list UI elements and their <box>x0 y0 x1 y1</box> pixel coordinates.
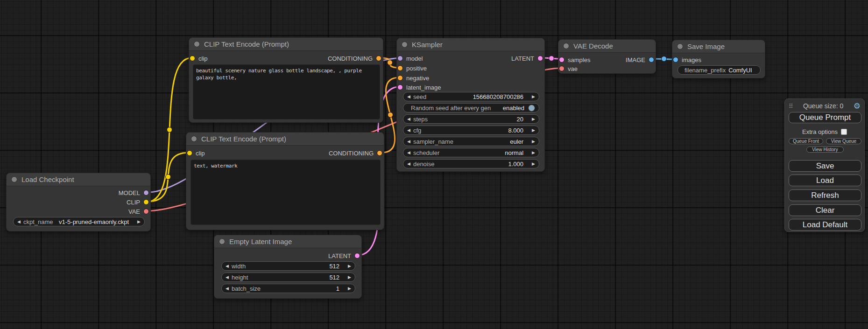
widget-scheduler[interactable]: ◀ scheduler normal ▶ <box>403 148 539 157</box>
input-label: samples <box>568 56 590 63</box>
input-port-clip[interactable] <box>187 150 192 156</box>
input-label: model <box>406 55 423 62</box>
widget-label: ckpt_name <box>23 218 53 225</box>
node-title-bar[interactable]: Save Image <box>672 40 765 53</box>
refresh-button[interactable]: Refresh <box>789 189 861 201</box>
increment-arrow-icon[interactable]: ▶ <box>532 95 535 99</box>
widget-label: Random seed after every gen <box>411 105 491 112</box>
load-default-button[interactable]: Load Default <box>789 219 861 231</box>
node-title-bar[interactable]: VAE Decode <box>558 40 656 53</box>
widget-sampler-name[interactable]: ◀ sampler_name euler ▶ <box>403 137 539 146</box>
drag-handle-icon[interactable]: ⠿ <box>789 103 793 110</box>
input-port-model[interactable] <box>397 56 403 61</box>
collapse-dot-icon[interactable] <box>191 136 197 142</box>
widget-cfg[interactable]: ◀ cfg 8.000 ▶ <box>403 126 539 135</box>
node-title-bar[interactable]: Empty Latent Image <box>214 235 361 248</box>
output-port-image[interactable] <box>649 57 654 63</box>
view-history-button[interactable]: View History <box>806 147 844 153</box>
link-center-dot <box>166 175 171 180</box>
extra-options-checkbox[interactable] <box>841 129 847 135</box>
widget-value: 1.000 <box>508 161 524 168</box>
toggle-knob-icon[interactable] <box>528 105 535 112</box>
save-button[interactable]: Save <box>789 160 861 172</box>
widget-height[interactable]: ◀ height 512 ▶ <box>221 273 355 282</box>
widget-value: normal <box>505 149 523 156</box>
queue-prompt-button[interactable]: Queue Prompt <box>789 112 861 123</box>
collapse-dot-icon[interactable] <box>677 43 683 49</box>
decrement-arrow-icon[interactable]: ◀ <box>407 128 410 133</box>
settings-gear-icon[interactable]: ⚙ <box>854 101 861 111</box>
output-port-latent[interactable] <box>354 253 360 259</box>
widget-steps[interactable]: ◀ steps 20 ▶ <box>403 114 539 124</box>
input-label: clip <box>196 150 205 157</box>
node-save-image[interactable]: Save Image images filename_prefix ComfyU… <box>672 40 765 78</box>
node-title-bar[interactable]: KSampler <box>397 38 544 51</box>
input-port-images[interactable] <box>673 57 678 63</box>
decrement-arrow-icon[interactable]: ◀ <box>407 151 410 155</box>
widget-seed[interactable]: ◀ seed 156680208700286 ▶ <box>403 92 539 101</box>
node-title-bar[interactable]: CLIP Text Encode (Prompt) <box>189 38 383 51</box>
widget-value: 156680208700286 <box>473 93 523 100</box>
node-clip-text-encode-positive[interactable]: CLIP Text Encode (Prompt) clip CONDITION… <box>189 37 383 123</box>
collapse-dot-icon[interactable] <box>402 42 408 48</box>
queue-front-button[interactable]: Queue Front <box>789 138 823 144</box>
widget-width[interactable]: ◀ width 512 ▶ <box>221 261 355 271</box>
input-port-vae[interactable] <box>559 66 565 71</box>
widget-ckpt-name[interactable]: ◀ ckpt_name v1-5-pruned-emaonly.ckpt ▶ <box>13 217 145 226</box>
increment-arrow-icon[interactable]: ▶ <box>532 140 535 144</box>
output-port-vae[interactable] <box>143 209 149 214</box>
output-port-clip[interactable] <box>143 199 149 205</box>
input-row-vae: vae <box>558 64 578 73</box>
increment-arrow-icon[interactable]: ▶ <box>348 264 351 268</box>
node-title-bar[interactable]: CLIP Text Encode (Prompt) <box>186 133 384 146</box>
node-vae-decode[interactable]: VAE Decode samples IMAGE vae <box>558 39 656 74</box>
collapse-dot-icon[interactable] <box>219 238 225 245</box>
node-empty-latent-image[interactable]: Empty Latent Image LATENT ◀ width 512 ▶ … <box>214 235 362 299</box>
input-port-samples[interactable] <box>559 57 565 63</box>
increment-arrow-icon[interactable]: ▶ <box>532 117 535 121</box>
increment-arrow-icon[interactable]: ▶ <box>137 220 141 224</box>
decrement-arrow-icon[interactable]: ◀ <box>226 264 229 268</box>
queue-panel-header: ⠿ Queue size: 0 ⚙ <box>785 101 864 111</box>
input-port-clip[interactable] <box>190 56 195 61</box>
node-load-checkpoint[interactable]: Load Checkpoint MODEL CLIP VAE ◀ ckpt_na… <box>6 173 151 231</box>
decrement-arrow-icon[interactable]: ◀ <box>17 220 21 224</box>
increment-arrow-icon[interactable]: ▶ <box>532 151 535 155</box>
collapse-dot-icon[interactable] <box>194 41 200 47</box>
node-clip-text-encode-negative[interactable]: CLIP Text Encode (Prompt) clip CONDITION… <box>186 132 384 230</box>
decrement-arrow-icon[interactable]: ◀ <box>226 275 229 280</box>
increment-arrow-icon[interactable]: ▶ <box>348 287 351 291</box>
prompt-textarea[interactable]: beautiful scenery nature glass bottle la… <box>193 64 380 119</box>
output-port-conditioning[interactable] <box>376 56 381 61</box>
decrement-arrow-icon[interactable]: ◀ <box>407 140 410 144</box>
widget-filename-prefix[interactable]: filename_prefix ComfyUI <box>677 65 761 75</box>
widget-denoise[interactable]: ◀ denoise 1.000 ▶ <box>403 159 539 168</box>
clear-button[interactable]: Clear <box>789 204 861 216</box>
widget-batch-size[interactable]: ◀ batch_size 1 ▶ <box>221 284 355 293</box>
view-queue-button[interactable]: View Queue <box>826 138 861 144</box>
decrement-arrow-icon[interactable]: ◀ <box>407 117 410 121</box>
decrement-arrow-icon[interactable]: ◀ <box>407 162 410 166</box>
load-button[interactable]: Load <box>789 175 861 186</box>
increment-arrow-icon[interactable]: ▶ <box>532 128 535 133</box>
prompt-textarea[interactable]: text, watermark <box>191 160 381 225</box>
widget-value: 20 <box>517 116 523 123</box>
output-port-model[interactable] <box>143 190 149 196</box>
decrement-arrow-icon[interactable]: ◀ <box>226 287 229 291</box>
input-port-positive[interactable] <box>397 65 403 71</box>
widget-random-seed-toggle[interactable]: Random seed after every gen enabled <box>403 103 539 112</box>
widget-label: height <box>232 274 248 281</box>
node-ksampler[interactable]: KSampler model LATENT positive negative … <box>396 38 545 172</box>
output-port-latent[interactable] <box>537 56 543 61</box>
collapse-dot-icon[interactable] <box>11 176 17 182</box>
node-title: Save Image <box>687 42 725 50</box>
increment-arrow-icon[interactable]: ▶ <box>532 162 535 166</box>
extra-options-row: Extra options <box>785 128 864 135</box>
output-port-conditioning[interactable] <box>377 150 382 156</box>
decrement-arrow-icon[interactable]: ◀ <box>407 95 410 99</box>
increment-arrow-icon[interactable]: ▶ <box>348 275 351 280</box>
input-port-latent-image[interactable] <box>397 84 403 90</box>
input-port-negative[interactable] <box>397 75 403 81</box>
collapse-dot-icon[interactable] <box>563 43 569 49</box>
node-title-bar[interactable]: Load Checkpoint <box>7 173 150 186</box>
